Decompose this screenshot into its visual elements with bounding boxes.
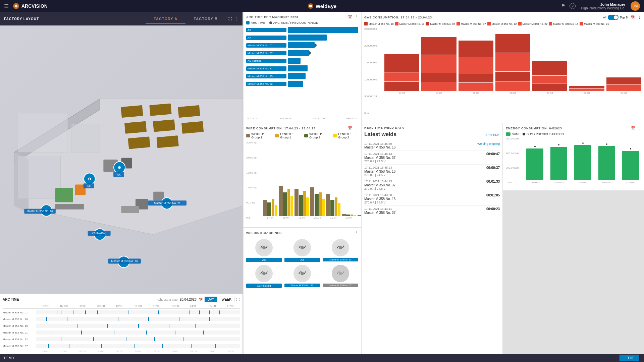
menu-icon[interactable]: ☰ (4, 3, 9, 9)
wire-legend: WEIGHT: Group 1 LENGTH: Group 1 WEIGHT: … (246, 132, 358, 139)
wire-leg1-color (246, 134, 250, 137)
wire-leg2-color (275, 134, 279, 137)
weld-row-5-top: 17.11.2021 15:43:58 00:01:05 (364, 193, 500, 197)
timeline-tick (199, 310, 200, 314)
arc-bar-row-1: AX (246, 34, 358, 41)
timeline-tick (189, 310, 190, 314)
timeline-tick (203, 330, 204, 335)
energy-dot-17 (630, 148, 631, 149)
gas-calendar-icon[interactable]: 📅 (630, 15, 635, 20)
machine-badge-ax1[interactable]: AX (246, 258, 282, 262)
arc-time-chart: AXAXMaster M 358 No. 07Master M 358 No. … (246, 26, 358, 116)
wire-bar-w1-3 (294, 189, 299, 216)
options-icon[interactable]: ⋮ (235, 17, 238, 21)
gas-more-icon[interactable]: ⋮ (638, 15, 641, 20)
wire-bar-l2-6 (354, 215, 356, 216)
wire-leg4-color (333, 134, 337, 137)
gas-seg3-19 (459, 74, 493, 82)
arc-time-title: ARC TIME PER MACHINE: 2023 (246, 15, 298, 19)
machine-badge-m358-32[interactable]: Master M 358 No. 32 (284, 284, 320, 287)
timeline-grid: 06:00 07:00 08:00 09:00 10:00 11:00 12:0… (3, 304, 240, 353)
machine-badge-m358-35[interactable]: Master M 358 No. 35 (323, 258, 358, 261)
fullscreen-icon[interactable]: ⛶ (228, 17, 232, 21)
energy-prev-color (523, 133, 525, 135)
wire-chart: 300.0 kg 240.0 kg 180.0 kg 120.0 kg 60.0… (246, 141, 358, 225)
timeline-label-1: Master M 358 No. 16 (3, 318, 36, 321)
toggle-switch[interactable] (608, 15, 619, 20)
calendar-icon[interactable]: 📅 (199, 298, 203, 301)
legend-prev-label: ARC TIME / PREVIOUS PERIOD (273, 21, 318, 24)
machine-icon-m358-07[interactable] (332, 265, 349, 282)
gas-seg4-20 (495, 81, 530, 91)
axis-0: 222:13:20 (246, 117, 258, 120)
wire-bars-container: 17.04 18.04 (263, 159, 361, 219)
machine-icon-ax2[interactable] (293, 239, 311, 256)
timeline-tick (93, 337, 94, 341)
svg-rect-16 (128, 136, 150, 149)
date-value[interactable]: 20.04.2023 (180, 298, 197, 301)
more-icon[interactable]: ⋮ (355, 15, 358, 19)
energy-bar-17: 17/2023 (620, 148, 641, 184)
expand-icon[interactable]: ⛶ (236, 298, 240, 301)
timeline-tick (101, 344, 102, 348)
calendar-icon[interactable]: 📅 (348, 15, 353, 19)
top5-label[interactable]: Top 5 (620, 16, 628, 19)
gas-chart: 2500000.0 l 2000000.0 l 1500000.0 l 1000… (364, 27, 641, 120)
far-right-column: GAS CONSUMPTION: 17.04.23 - 23.04.23 All… (362, 12, 644, 354)
machine-badge-ax2[interactable]: AX (284, 258, 320, 262)
help-icon[interactable]: ? (570, 3, 576, 9)
machines-grid: AX AX (246, 239, 358, 288)
wire-more-icon[interactable]: ⋮ (355, 126, 358, 130)
day-button[interactable]: DAY (205, 297, 217, 302)
machine-icon-m358-35[interactable] (332, 239, 349, 256)
axis-2: 666:40:00 (313, 117, 325, 120)
timeline-label-3: Master M 358 No. 21 (3, 331, 36, 334)
timeline-bar-area-1 (36, 317, 240, 321)
week-button[interactable]: WEEK (219, 297, 234, 302)
timeline-tick (107, 324, 108, 328)
wire-bar-l1-3 (303, 191, 306, 216)
edit-button[interactable]: EDIT (620, 355, 640, 361)
timeline-tick (77, 324, 77, 328)
machine-badge-m358-07[interactable]: Master M 358 No. 07 (323, 284, 358, 287)
weldeye-brand: WeldEye (308, 3, 336, 9)
arc-bar-container-5 (288, 65, 358, 71)
weld-4-machine: Master M 358 No. 37 (364, 183, 500, 187)
wire-bar-w1-7 (358, 215, 361, 216)
all-label[interactable]: All (603, 16, 606, 19)
timeline-tick (195, 324, 196, 328)
energy-calendar-icon[interactable]: 📅 (631, 126, 636, 130)
machine-badge-xsfastmig[interactable]: XS FastMig (246, 284, 282, 288)
energy-dot-15 (582, 142, 584, 144)
machine-icon-ax1[interactable] (255, 239, 273, 256)
weld-5-machine: Master M 358 No. 16 (364, 197, 500, 201)
gas-seg2 (384, 72, 419, 81)
machine-icon-xsfastmig[interactable] (255, 265, 273, 282)
timeline-label-2: Master M 358 No. 19 (3, 324, 36, 327)
factory-a-tab[interactable]: FACTORY A (146, 14, 185, 24)
machines-more-icon[interactable]: ⋮ (355, 231, 358, 235)
user-avatar[interactable]: JM (631, 1, 640, 11)
wire-calendar-icon[interactable]: 📅 (348, 126, 353, 130)
welder-icon-2 (296, 241, 309, 254)
arc-time-link[interactable]: ARC TIME (485, 133, 500, 137)
flag-icon[interactable]: ⚑ (561, 3, 566, 9)
timeline-title: ARC TIME (3, 298, 19, 301)
wire-leg2-label: LENGTH: Group 1 (280, 132, 300, 139)
energy-more-icon[interactable]: ⋮ (638, 126, 641, 130)
factory-b-tab[interactable]: FACTORY B (185, 14, 226, 23)
timeline-tick (169, 324, 169, 328)
arc-bar-container-7 (288, 81, 358, 87)
timeline-tick (154, 337, 155, 341)
timeline-bar-area-5 (36, 344, 240, 348)
arc-bar-row-5: Master M 358 No. 31 (246, 65, 358, 72)
day-week-toggle: DAY WEEK (205, 297, 234, 302)
user-company: High Productivity Welding Co. (581, 6, 625, 10)
svg-text:Master M 358 No. 16: Master M 358 No. 16 (111, 259, 138, 263)
machine-icon-m358-32[interactable] (293, 265, 311, 282)
gas-seg1-18 (421, 37, 456, 55)
timeline-tick (97, 310, 98, 314)
arc-bar-row-6: Master M 358 No. 15 (246, 73, 358, 79)
arc-bar-label-3: Master M 358 No. 37 (246, 51, 286, 55)
gas-seg3-21 (532, 83, 567, 91)
